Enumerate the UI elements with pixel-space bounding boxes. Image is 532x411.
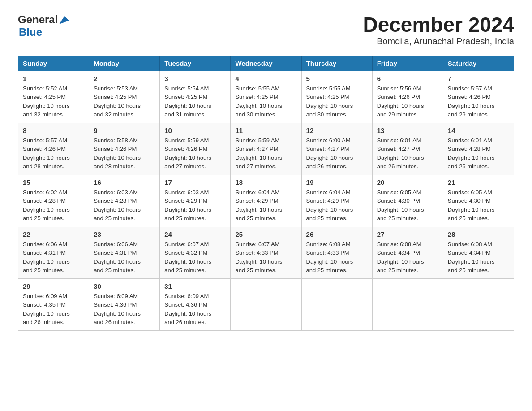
calendar-day-header: Wednesday [231, 56, 301, 71]
day-info: Sunrise: 5:55 AM Sunset: 4:25 PM Dayligh… [235, 85, 282, 118]
day-number: 24 [164, 231, 226, 238]
calendar-day-cell: 24 Sunrise: 6:07 AM Sunset: 4:32 PM Dayl… [160, 227, 231, 278]
calendar-day-cell: 3 Sunrise: 5:54 AM Sunset: 4:25 PM Dayli… [160, 71, 231, 123]
calendar-day-header: Sunday [18, 56, 89, 71]
day-number: 15 [23, 179, 84, 186]
day-info: Sunrise: 6:09 AM Sunset: 4:36 PM Dayligh… [94, 293, 141, 326]
day-info: Sunrise: 6:04 AM Sunset: 4:29 PM Dayligh… [235, 189, 282, 222]
day-info: Sunrise: 6:08 AM Sunset: 4:34 PM Dayligh… [377, 241, 424, 274]
day-info: Sunrise: 6:06 AM Sunset: 4:31 PM Dayligh… [23, 241, 70, 274]
calendar-day-cell: 9 Sunrise: 5:58 AM Sunset: 4:26 PM Dayli… [89, 123, 160, 175]
day-info: Sunrise: 6:09 AM Sunset: 4:35 PM Dayligh… [23, 293, 70, 326]
calendar-day-cell: 11 Sunrise: 5:59 AM Sunset: 4:27 PM Dayl… [231, 123, 301, 175]
logo-general-text: General [18, 13, 58, 26]
day-info: Sunrise: 6:05 AM Sunset: 4:30 PM Dayligh… [448, 189, 495, 222]
day-info: Sunrise: 5:59 AM Sunset: 4:27 PM Dayligh… [235, 137, 282, 170]
day-info: Sunrise: 6:05 AM Sunset: 4:30 PM Dayligh… [377, 189, 424, 222]
calendar-day-cell: 28 Sunrise: 6:08 AM Sunset: 4:34 PM Dayl… [443, 227, 514, 278]
day-number: 10 [164, 127, 226, 134]
calendar-day-cell: 25 Sunrise: 6:07 AM Sunset: 4:33 PM Dayl… [231, 227, 301, 278]
calendar-day-cell: 23 Sunrise: 6:06 AM Sunset: 4:31 PM Dayl… [89, 227, 160, 278]
logo-blue-text: Blue [19, 26, 42, 39]
calendar-day-header: Monday [89, 56, 160, 71]
day-info: Sunrise: 6:01 AM Sunset: 4:28 PM Dayligh… [448, 137, 495, 170]
day-info: Sunrise: 6:07 AM Sunset: 4:33 PM Dayligh… [235, 241, 282, 274]
calendar-day-cell: 27 Sunrise: 6:08 AM Sunset: 4:34 PM Dayl… [372, 227, 443, 278]
day-number: 5 [306, 75, 368, 82]
calendar-day-cell: 30 Sunrise: 6:09 AM Sunset: 4:36 PM Dayl… [89, 278, 160, 330]
title-block: December 2024 Bomdila, Arunachal Pradesh… [363, 13, 514, 47]
calendar-day-cell: 4 Sunrise: 5:55 AM Sunset: 4:25 PM Dayli… [231, 71, 301, 123]
day-number: 2 [94, 75, 155, 82]
day-info: Sunrise: 6:08 AM Sunset: 4:34 PM Dayligh… [448, 241, 495, 274]
day-info: Sunrise: 6:01 AM Sunset: 4:27 PM Dayligh… [377, 137, 424, 170]
svg-marker-0 [59, 16, 69, 24]
day-number: 13 [377, 127, 438, 134]
calendar-day-cell: 7 Sunrise: 5:57 AM Sunset: 4:26 PM Dayli… [443, 71, 514, 123]
calendar-day-header: Friday [372, 56, 443, 71]
calendar-day-cell: 17 Sunrise: 6:03 AM Sunset: 4:29 PM Dayl… [160, 175, 231, 227]
calendar-day-cell: 22 Sunrise: 6:06 AM Sunset: 4:31 PM Dayl… [18, 227, 89, 278]
day-number: 6 [377, 75, 438, 82]
day-number: 11 [235, 127, 296, 134]
logo: General Blue [18, 13, 69, 39]
day-number: 18 [235, 179, 296, 186]
calendar-week-row: 29 Sunrise: 6:09 AM Sunset: 4:35 PM Dayl… [18, 278, 514, 330]
day-number: 3 [164, 75, 226, 82]
calendar-day-cell [301, 278, 372, 330]
day-number: 19 [306, 179, 368, 186]
day-number: 28 [448, 231, 509, 238]
calendar-day-cell [231, 278, 301, 330]
day-info: Sunrise: 6:02 AM Sunset: 4:28 PM Dayligh… [23, 189, 70, 222]
page-title: December 2024 [363, 13, 514, 36]
calendar-table: SundayMondayTuesdayWednesdayThursdayFrid… [18, 56, 514, 331]
calendar-day-cell: 15 Sunrise: 6:02 AM Sunset: 4:28 PM Dayl… [18, 175, 89, 227]
calendar-day-cell: 16 Sunrise: 6:03 AM Sunset: 4:28 PM Dayl… [89, 175, 160, 227]
day-info: Sunrise: 6:04 AM Sunset: 4:29 PM Dayligh… [306, 189, 353, 222]
day-number: 8 [23, 127, 84, 134]
day-number: 16 [94, 179, 155, 186]
calendar-header-row: SundayMondayTuesdayWednesdayThursdayFrid… [18, 56, 514, 71]
day-info: Sunrise: 5:57 AM Sunset: 4:26 PM Dayligh… [448, 85, 495, 118]
day-number: 27 [377, 231, 438, 238]
calendar-day-cell: 1 Sunrise: 5:52 AM Sunset: 4:25 PM Dayli… [18, 71, 89, 123]
calendar-week-row: 15 Sunrise: 6:02 AM Sunset: 4:28 PM Dayl… [18, 175, 514, 227]
calendar-day-cell: 26 Sunrise: 6:08 AM Sunset: 4:33 PM Dayl… [301, 227, 372, 278]
day-number: 22 [23, 231, 84, 238]
calendar-day-header: Tuesday [160, 56, 231, 71]
day-info: Sunrise: 6:03 AM Sunset: 4:28 PM Dayligh… [94, 189, 141, 222]
day-info: Sunrise: 6:00 AM Sunset: 4:27 PM Dayligh… [306, 137, 353, 170]
calendar-day-cell: 8 Sunrise: 5:57 AM Sunset: 4:26 PM Dayli… [18, 123, 89, 175]
calendar-day-cell: 18 Sunrise: 6:04 AM Sunset: 4:29 PM Dayl… [231, 175, 301, 227]
page-header: General Blue December 2024 Bomdila, Arun… [18, 13, 514, 47]
calendar-day-cell: 20 Sunrise: 6:05 AM Sunset: 4:30 PM Dayl… [372, 175, 443, 227]
day-number: 20 [377, 179, 438, 186]
day-number: 12 [306, 127, 368, 134]
day-number: 29 [23, 283, 84, 290]
day-info: Sunrise: 6:06 AM Sunset: 4:31 PM Dayligh… [94, 241, 141, 274]
calendar-day-cell: 12 Sunrise: 6:00 AM Sunset: 4:27 PM Dayl… [301, 123, 372, 175]
day-info: Sunrise: 6:03 AM Sunset: 4:29 PM Dayligh… [164, 189, 211, 222]
calendar-day-cell [372, 278, 443, 330]
day-info: Sunrise: 6:09 AM Sunset: 4:36 PM Dayligh… [164, 293, 211, 326]
calendar-day-cell: 19 Sunrise: 6:04 AM Sunset: 4:29 PM Dayl… [301, 175, 372, 227]
calendar-day-cell: 31 Sunrise: 6:09 AM Sunset: 4:36 PM Dayl… [160, 278, 231, 330]
day-info: Sunrise: 5:57 AM Sunset: 4:26 PM Dayligh… [23, 137, 70, 170]
day-info: Sunrise: 6:08 AM Sunset: 4:33 PM Dayligh… [306, 241, 353, 274]
calendar-week-row: 8 Sunrise: 5:57 AM Sunset: 4:26 PM Dayli… [18, 123, 514, 175]
calendar-day-cell: 21 Sunrise: 6:05 AM Sunset: 4:30 PM Dayl… [443, 175, 514, 227]
logo-flag-icon [59, 16, 69, 24]
day-info: Sunrise: 5:54 AM Sunset: 4:25 PM Dayligh… [164, 85, 211, 118]
calendar-day-cell: 2 Sunrise: 5:53 AM Sunset: 4:25 PM Dayli… [89, 71, 160, 123]
day-number: 9 [94, 127, 155, 134]
day-number: 21 [448, 179, 509, 186]
calendar-day-header: Saturday [443, 56, 514, 71]
calendar-day-cell: 5 Sunrise: 5:55 AM Sunset: 4:25 PM Dayli… [301, 71, 372, 123]
day-info: Sunrise: 5:58 AM Sunset: 4:26 PM Dayligh… [94, 137, 141, 170]
calendar-day-cell: 13 Sunrise: 6:01 AM Sunset: 4:27 PM Dayl… [372, 123, 443, 175]
page-subtitle: Bomdila, Arunachal Pradesh, India [363, 36, 514, 47]
calendar-day-header: Thursday [301, 56, 372, 71]
day-number: 17 [164, 179, 226, 186]
day-info: Sunrise: 5:55 AM Sunset: 4:25 PM Dayligh… [306, 85, 353, 118]
day-info: Sunrise: 5:59 AM Sunset: 4:26 PM Dayligh… [164, 137, 211, 170]
